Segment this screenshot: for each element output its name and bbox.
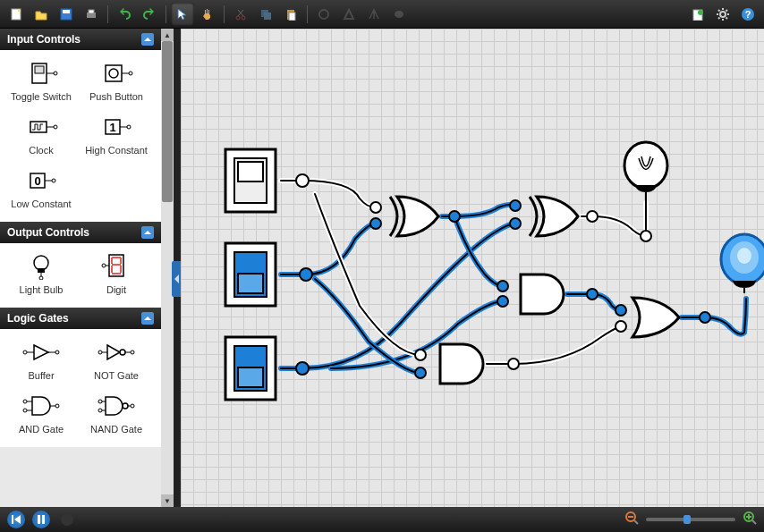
component-label: Buffer [4, 370, 79, 381]
bottom-bar [0, 507, 764, 532]
svg-point-101 [497, 296, 508, 307]
svg-line-21 [726, 17, 728, 19]
svg-rect-8 [264, 13, 271, 20]
component-push-button[interactable]: Push Button [79, 55, 154, 109]
light-bulb-1[interactable] [624, 142, 667, 192]
svg-rect-112 [12, 515, 13, 524]
svg-point-99 [587, 211, 598, 222]
component-not-gate[interactable]: NOT Gate [79, 334, 154, 388]
component-label: NAND Gate [79, 424, 154, 435]
separator [224, 5, 225, 23]
open-file-button[interactable] [30, 3, 53, 26]
splitter[interactable] [174, 29, 181, 507]
copy-button[interactable] [254, 3, 277, 26]
settings-button[interactable] [711, 3, 734, 26]
svg-point-14 [698, 10, 703, 15]
svg-point-91 [296, 174, 309, 187]
component-low-constant[interactable]: 0 Low Constant [4, 163, 79, 216]
shape-blob-button[interactable] [387, 3, 411, 26]
svg-point-65 [120, 350, 125, 355]
zoom-slider-thumb[interactable] [683, 515, 691, 524]
or-gate-1[interactable] [632, 298, 679, 337]
export-button[interactable] [686, 3, 709, 26]
and-gate-1[interactable] [440, 344, 483, 384]
component-label: NOT Gate [79, 370, 154, 381]
panel-header-logic-gates[interactable]: Logic Gates [0, 308, 161, 329]
svg-rect-114 [42, 515, 45, 524]
svg-point-102 [587, 289, 598, 300]
component-label: Digit [79, 284, 154, 295]
svg-rect-34 [30, 122, 47, 132]
new-file-button[interactable] [4, 3, 28, 26]
svg-point-59 [23, 350, 27, 354]
and-gate-2[interactable] [521, 274, 564, 314]
save-file-button[interactable] [55, 3, 78, 26]
svg-line-20 [718, 10, 720, 12]
panel-header-input-controls[interactable]: Input Controls [0, 29, 161, 50]
shape-triangle-button[interactable] [337, 3, 361, 26]
svg-rect-27 [35, 66, 44, 73]
collapse-icon[interactable] [141, 226, 154, 239]
select-tool-button[interactable] [171, 3, 194, 26]
component-nand-gate[interactable]: NAND Gate [79, 388, 154, 442]
component-label: Light Bulb [4, 284, 79, 295]
svg-point-80 [131, 404, 134, 408]
component-toggle-switch[interactable]: Toggle Switch [4, 55, 79, 109]
print-button[interactable] [80, 3, 103, 26]
component-and-gate[interactable]: AND Gate [4, 388, 79, 442]
zoom-slider[interactable] [646, 518, 735, 521]
simulation-state-indicator [61, 513, 73, 526]
svg-point-33 [129, 72, 132, 75]
svg-point-74 [98, 400, 102, 403]
light-bulb-2[interactable] [721, 234, 764, 288]
toggle-switch-3[interactable] [225, 337, 276, 400]
restart-button[interactable] [7, 511, 25, 528]
help-button[interactable]: ? [736, 3, 760, 26]
shape-mirror-button[interactable] [362, 3, 386, 26]
svg-point-100 [497, 281, 508, 291]
component-buffer[interactable]: Buffer [4, 334, 79, 388]
svg-line-22 [718, 17, 720, 19]
toggle-switch-1[interactable] [225, 149, 276, 212]
svg-point-57 [102, 264, 106, 267]
cut-button[interactable] [229, 3, 252, 26]
scroll-thumb[interactable] [162, 41, 173, 202]
zoom-out-icon[interactable] [624, 511, 639, 528]
shape-circle-button[interactable] [312, 3, 335, 26]
svg-point-95 [370, 218, 381, 229]
zoom-in-icon[interactable] [743, 511, 757, 528]
paste-button[interactable] [279, 3, 302, 26]
svg-point-78 [123, 403, 128, 409]
circuit-canvas[interactable] [181, 29, 764, 507]
separator [166, 5, 166, 23]
separator [107, 5, 108, 23]
svg-line-121 [752, 520, 756, 524]
component-light-bulb[interactable]: Light Bulb [4, 249, 79, 302]
redo-button[interactable] [138, 3, 161, 26]
svg-line-23 [726, 10, 728, 12]
svg-rect-50 [112, 257, 121, 258]
undo-button[interactable] [113, 3, 136, 26]
collapse-icon[interactable] [141, 33, 154, 46]
component-clock[interactable]: Clock [4, 109, 79, 163]
panel-header-output-controls[interactable]: Output Controls [0, 222, 161, 243]
pause-button[interactable] [32, 511, 50, 528]
separator [307, 5, 308, 23]
scroll-down-button[interactable]: ▼ [161, 494, 174, 507]
component-label: Toggle Switch [4, 91, 79, 102]
svg-point-104 [415, 367, 426, 378]
svg-point-75 [98, 409, 102, 412]
svg-line-117 [634, 520, 638, 524]
pan-tool-button[interactable] [196, 3, 219, 26]
svg-point-97 [510, 200, 521, 211]
scroll-up-button[interactable]: ▲ [161, 29, 174, 41]
xor-gate-2[interactable] [530, 197, 578, 236]
xor-gate-1[interactable] [390, 197, 438, 236]
component-high-constant[interactable]: 1 High Constant [79, 109, 154, 163]
component-label: Low Constant [4, 198, 79, 209]
main-toolbar: ? [0, 0, 764, 29]
svg-point-31 [109, 69, 118, 78]
component-digit[interactable]: Digit [79, 249, 154, 302]
toggle-switch-2[interactable] [225, 243, 276, 306]
collapse-icon[interactable] [141, 312, 154, 325]
